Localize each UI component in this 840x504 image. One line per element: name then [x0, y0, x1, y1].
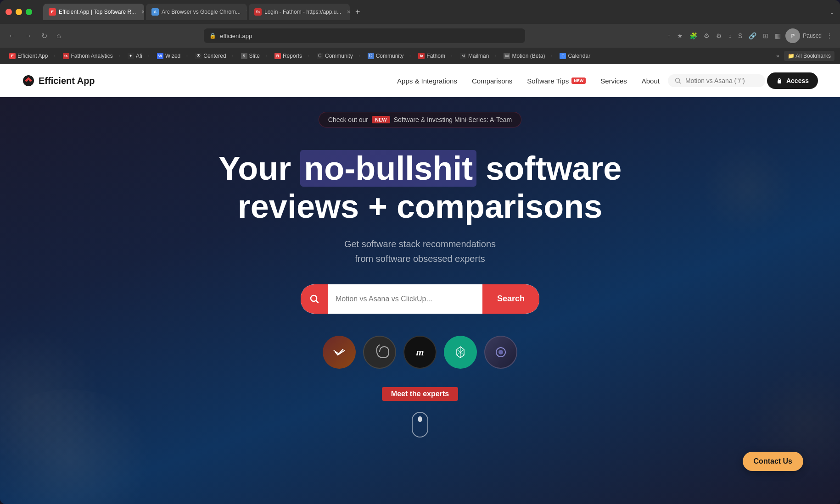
- bookmark-centered[interactable]: ⦿ Centered: [191, 51, 230, 61]
- chain-icon[interactable]: 🔗: [747, 30, 758, 41]
- address-text: efficient.app: [220, 33, 520, 39]
- bookmark-afi-label: Afi: [136, 53, 142, 59]
- bg-blob-2: [0, 389, 161, 504]
- bookmark-motion[interactable]: M Motion (Beta): [500, 51, 549, 61]
- access-button[interactable]: Access: [767, 72, 818, 89]
- meet-experts-label[interactable]: Meet the experts: [382, 387, 458, 401]
- bookmark-community1-favicon: C: [317, 53, 323, 59]
- more-options-icon[interactable]: ⋮: [824, 30, 834, 41]
- bookmark-slite[interactable]: S Slite: [237, 51, 263, 61]
- separator-11: ·: [494, 52, 498, 60]
- maximize-button[interactable]: [26, 9, 32, 15]
- profile-avatar[interactable]: P: [785, 28, 800, 43]
- nav-software-tips[interactable]: Software Tips NEW: [521, 73, 592, 89]
- app-icons-row: m: [323, 336, 517, 369]
- svg-rect-2: [778, 80, 781, 83]
- bookmark-community2-favicon: C: [368, 53, 374, 59]
- hero-title-line2: reviews + comparisons: [238, 188, 602, 225]
- announcement-prefix: Check out our: [328, 116, 368, 123]
- software-tips-new-badge: NEW: [571, 78, 586, 84]
- app-icon-mailtrack[interactable]: [323, 336, 356, 369]
- contact-us-button[interactable]: Contact Us: [743, 452, 803, 471]
- sidepanel-icon[interactable]: ▦: [773, 30, 783, 41]
- minimize-button[interactable]: [16, 9, 22, 15]
- tab-1-close[interactable]: ✕: [141, 9, 144, 15]
- separator-4: ·: [186, 52, 190, 60]
- bookmark-mailman[interactable]: M Mailman: [456, 51, 493, 61]
- bookmark-reports[interactable]: R Reports: [271, 51, 306, 61]
- bookmark-motion-label: Motion (Beta): [512, 53, 545, 59]
- bookmark-fathom[interactable]: fa Fathom: [414, 51, 449, 61]
- bookmark-calendar[interactable]: C Calendar: [556, 51, 594, 61]
- bookmark-reports-label: Reports: [283, 53, 302, 59]
- address-bar[interactable]: 🔒 efficient.app: [204, 28, 525, 43]
- hero-search-button[interactable]: Search: [482, 284, 539, 314]
- extra-icon[interactable]: ⚙: [714, 30, 724, 41]
- bookmark-icon[interactable]: ★: [675, 30, 685, 41]
- bookmark-afi[interactable]: ✦ Afi: [124, 51, 146, 61]
- separator-1: ·: [54, 52, 57, 60]
- bookmark-community-1[interactable]: C Community: [313, 51, 357, 61]
- bg-blob-1: [0, 330, 101, 467]
- bookmark-fathom-analytics[interactable]: fa Fathom Analytics: [59, 51, 117, 61]
- extensions-icon[interactable]: 🧩: [688, 30, 699, 41]
- hero-title-highlight: no-bullshit: [300, 150, 476, 187]
- nav-software-tips-label: Software Tips: [527, 77, 569, 85]
- bookmark-wized[interactable]: W Wized: [153, 51, 184, 61]
- back-button[interactable]: ←: [6, 30, 18, 42]
- bookmark-centered-favicon: ⦿: [195, 53, 202, 59]
- nav-comparisons[interactable]: Comparisons: [465, 73, 519, 89]
- nav-services[interactable]: Services: [594, 73, 633, 89]
- bookmark-community-2[interactable]: C Community: [364, 51, 408, 61]
- logo-svg: [22, 74, 35, 87]
- tab-2-favicon: A: [151, 8, 159, 16]
- close-button[interactable]: [6, 9, 12, 15]
- hero-search-icon: [309, 294, 320, 305]
- announcement-new-badge: NEW: [372, 116, 390, 123]
- nav-about[interactable]: About: [635, 73, 666, 89]
- tab-1[interactable]: E Efficient App | Top Software R... ✕: [43, 4, 144, 20]
- settings-icon[interactable]: ⚙: [702, 30, 711, 41]
- svg-point-0: [23, 75, 34, 86]
- hero-subtitle: Get software stack recommendations from …: [344, 237, 496, 266]
- lock-icon: [776, 78, 783, 84]
- nav-services-label: Services: [600, 77, 627, 85]
- nav-apps[interactable]: Apps & Integrations: [391, 73, 464, 89]
- svg-point-5: [498, 350, 503, 354]
- bookmark-slite-favicon: S: [241, 53, 247, 59]
- header-search-bar[interactable]: [668, 74, 765, 87]
- hero-search-input[interactable]: [328, 295, 482, 303]
- all-bookmarks-button[interactable]: 📁 All Bookmarks: [784, 51, 834, 61]
- skype-icon[interactable]: S: [736, 30, 744, 41]
- site-logo[interactable]: Efficient App: [22, 74, 95, 87]
- separator-9: ·: [409, 52, 413, 60]
- puzzle-icon[interactable]: ⊞: [761, 30, 770, 41]
- refresh-button[interactable]: ↻: [39, 30, 50, 42]
- sync-icon[interactable]: ↕: [727, 30, 734, 41]
- logo-text: Efficient App: [39, 76, 95, 86]
- new-tab-button[interactable]: +: [352, 6, 364, 19]
- app-icon-motion[interactable]: m: [403, 336, 437, 369]
- bookmark-efficient-app[interactable]: E Efficient App: [6, 51, 52, 61]
- app-icon-spiral[interactable]: [363, 336, 396, 369]
- bookmark-calendar-favicon: C: [560, 53, 566, 59]
- tab-2-close[interactable]: ✕: [246, 9, 247, 15]
- separator-2: ·: [118, 52, 122, 60]
- header-search-icon: [674, 77, 682, 84]
- tab-3-close[interactable]: ✕: [347, 9, 350, 15]
- scroll-dot: [418, 416, 422, 422]
- share-icon[interactable]: ↑: [666, 30, 672, 41]
- bookmarks-more-icon[interactable]: »: [773, 51, 782, 61]
- app-icon-openai[interactable]: [444, 336, 477, 369]
- tab-2[interactable]: A Arc Browser vs Google Chrom... ✕: [146, 4, 247, 20]
- motion-letter: m: [416, 346, 424, 358]
- header-search-input[interactable]: [685, 77, 759, 84]
- forward-button[interactable]: →: [22, 30, 35, 42]
- home-button[interactable]: ⌂: [54, 30, 64, 42]
- tab-3[interactable]: fa Login - Fathom - https://app.u... ✕: [249, 4, 350, 20]
- openai-svg: [451, 343, 470, 361]
- app-icon-arc[interactable]: [484, 336, 517, 369]
- hero-search-icon-button[interactable]: [301, 284, 328, 314]
- bookmark-efficient-app-label: Efficient App: [17, 53, 48, 59]
- hero-search-box[interactable]: Search: [301, 284, 539, 314]
